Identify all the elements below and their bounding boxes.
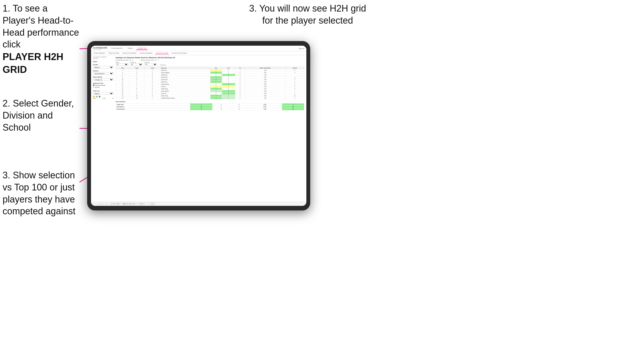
- ipad-frame: SCOREBOARD Powered by clippd TOURNAMENTS…: [87, 41, 310, 210]
- out-table-row: NCAA Division 2 5 0 0 7.400 10: [116, 108, 304, 110]
- step3-top-annotation: 3. You will now see H2H grid for the pla…: [244, 3, 372, 27]
- nav-committee[interactable]: COMMITTEE: [136, 47, 147, 50]
- step3-bottom-annotation: 3. Show selection vs Top 100 or just pla…: [3, 169, 85, 217]
- toolbar-save-icon: 💾: [123, 203, 125, 205]
- toolbar-back[interactable]: ←: [95, 203, 96, 205]
- table-row: 10 6 3 Andrea York 2 0 0 4.00 4: [116, 79, 304, 81]
- filter-region-group: Region All: [116, 62, 128, 66]
- filter-opponent-select[interactable]: All: [144, 63, 157, 66]
- table-row: 13 1 1 Jessica Huang 0 1 0 -3.00 2: [116, 83, 304, 85]
- toolbar-save-custom[interactable]: 💾 Save Custom View: [122, 203, 136, 205]
- col-win: Win: [210, 67, 222, 69]
- radio-label-top100: Top 100: [95, 86, 99, 88]
- tab-player-summary[interactable]: PLAYER SUMMARY: [139, 52, 153, 54]
- nav-links[interactable]: TOURNAMENTS TEAMS COMMITTEE: [110, 47, 299, 50]
- table-row: 5 2 2 Alexis Sudjianto 1 0 0 4.00 3: [116, 72, 304, 74]
- step1-text: 1. To see a Player's Head-to-Head perfor…: [3, 3, 82, 51]
- opponent-view-label: Opponent view: [93, 82, 114, 84]
- col-conf: # Conf: [144, 67, 161, 69]
- sub-nav: TEAM SUMMARY TEAM H2H GRID TEAM H2H HEAT…: [91, 51, 306, 55]
- filter-conference-group: Conference All: [130, 62, 143, 66]
- app-logo: SCOREBOARD Powered by clippd: [93, 47, 107, 50]
- tab-team-h2h-heatmap[interactable]: TEAM H2H HEATMAP: [122, 52, 137, 54]
- grid-records: Overall Record: 353 - 34 - 6 Division Re…: [116, 59, 304, 61]
- filter-region-label: Region: [116, 62, 128, 63]
- h2h-table: # Div # Reg # Conf Opponent Win Loss Tie…: [116, 67, 304, 99]
- toolbar-watch-icon: 👁: [138, 203, 139, 205]
- out-table-row: Foreign Team 1 0 0 4.500 2: [116, 103, 304, 106]
- toolbar-sep2: |: [147, 203, 147, 205]
- colour-legend: [93, 96, 114, 98]
- gender-select[interactable]: Women's: [93, 66, 114, 69]
- player-rank-select[interactable]: 8. Katelyn Vo: [93, 78, 114, 81]
- tab-team-h2h-grid[interactable]: TEAM H2H GRID: [108, 52, 120, 54]
- toolbar-dot: ·: [104, 203, 105, 205]
- toolbar-share-label: Share: [151, 203, 154, 205]
- table-row: 20 11 7 Federica Domecq Lacroze 2 1 0 1.…: [116, 97, 304, 99]
- table-row: 15 8 5 Stella Cheng 1 0 0 1.25 4: [116, 88, 304, 90]
- player-rank-label: Player (Rank): [93, 76, 114, 78]
- opponent-view-section: Opponent view Opponents Played Top 100: [93, 82, 114, 88]
- toolbar-undo[interactable]: ↩: [93, 203, 94, 205]
- filter-opponent-group: Opponent All: [144, 62, 157, 66]
- bottom-toolbar: ↩ ← ↪ ⊡ ↺ · ⏱ | ⊞ View: Original 💾 Save …: [91, 202, 306, 206]
- toolbar-view-label: View: Original: [113, 203, 120, 205]
- toolbar-grid[interactable]: ⊡: [100, 203, 101, 205]
- division-label: Division: [93, 70, 114, 72]
- colour-dot-up: [99, 96, 100, 98]
- colour-by-select[interactable]: Win/loss: [93, 92, 114, 95]
- radio-opponents-played[interactable]: Opponents Played: [93, 84, 114, 86]
- logo-text: SCOREBOARD: [93, 47, 107, 49]
- toolbar-view-original[interactable]: ⊞ View: Original: [110, 203, 121, 205]
- left-panel: Last Updated: 27/03/2024 16:55:38 Player…: [93, 56, 114, 205]
- toolbar-share[interactable]: ↗ Share: [148, 203, 155, 205]
- main-content: Last Updated: 27/03/2024 16:55:38 Player…: [91, 55, 306, 206]
- ipad-screen: SCOREBOARD Powered by clippd TOURNAMENTS…: [91, 46, 306, 206]
- radio-dot-top100: [93, 86, 94, 88]
- colour-section: Colour by Win/loss Down Level Up: [93, 90, 114, 99]
- col-loss: Loss: [222, 67, 235, 69]
- tab-team-summary[interactable]: TEAM SUMMARY: [93, 52, 106, 54]
- step1-annotation: 1. To see a Player's Head-to-Head perfor…: [3, 3, 82, 76]
- overall-record: Overall Record: 353 - 34 - 6: [116, 59, 133, 61]
- nav-tournaments[interactable]: TOURNAMENTS: [110, 47, 124, 50]
- step2-annotation: 2. Select Gender, Division and School: [3, 98, 82, 133]
- col-opponent: Opponent: [160, 67, 210, 69]
- filter-region-select[interactable]: All: [116, 63, 128, 66]
- nav-teams[interactable]: TEAMS: [126, 47, 134, 50]
- table-row: 6 3 3 Sydney Kuo 0 1 0 -1.00: [116, 74, 304, 76]
- col-div: # Div: [116, 67, 129, 69]
- division-select[interactable]: NCAA Division III: [93, 72, 114, 75]
- col-rounds: Rounds: [285, 67, 304, 69]
- table-row: 18 2 2 Euna Lee 0 2 0 -5.00 2: [116, 92, 304, 95]
- gender-label: Gender: [93, 64, 114, 65]
- col-tie: Tie: [235, 67, 245, 69]
- colour-dot-down: [93, 96, 95, 98]
- logo-sub: Powered by clippd: [93, 49, 107, 50]
- player-rank-section: Player (Rank) 8. Katelyn Vo: [93, 76, 114, 81]
- out-table-row: NAIA Division 1 15 0 0 9.267 30: [116, 106, 304, 108]
- out-of-division-label: Out of division: [116, 101, 304, 102]
- toolbar-watch[interactable]: 👁 Watch ▾: [137, 203, 145, 205]
- filter-conference-select[interactable]: All: [130, 63, 143, 66]
- toolbar-share-icon: ↗: [149, 203, 150, 205]
- right-panel: Katelyn Vo Head-to-Head Grid for Women's…: [116, 56, 304, 205]
- radio-top100[interactable]: Top 100: [93, 86, 114, 88]
- table-row: 16 1 1 Jessica Mason 1 2 0 -0.94 7: [116, 90, 304, 92]
- table-row: 9 1 4 Sharon Mun 1 0 0 3.67 3: [116, 76, 304, 79]
- radio-label-opponents: Opponents Played: [95, 84, 105, 86]
- division-record: Division Record: 331 - 34 - 6: [141, 59, 159, 61]
- nav-sign-out[interactable]: Sign out: [299, 48, 304, 49]
- tab-player-h2h-grid[interactable]: PLAYER H2H GRID: [155, 52, 169, 54]
- app-container: SCOREBOARD Powered by clippd TOURNAMENTS…: [91, 46, 306, 206]
- step2-text: 2. Select Gender, Division and School: [3, 98, 82, 133]
- grid-title: Katelyn Vo Head-to-Head Grid for Women's…: [116, 56, 304, 59]
- table-row: 11 2 5 Heejo Hyun 1 0 0 3.33 3: [116, 81, 304, 83]
- toolbar-clock[interactable]: ⏱: [106, 203, 107, 205]
- filter-opponent-label: Opponent: [144, 62, 157, 63]
- tab-player-h2h-heatmap[interactable]: PLAYER H2H HEATMAP: [171, 52, 188, 54]
- toolbar-refresh[interactable]: ↺: [102, 203, 103, 205]
- toolbar-redo[interactable]: ↪: [97, 203, 98, 205]
- step3-top-text: 3. You will now see H2H grid for the pla…: [244, 3, 372, 27]
- gender-section: Gender Women's: [93, 64, 114, 69]
